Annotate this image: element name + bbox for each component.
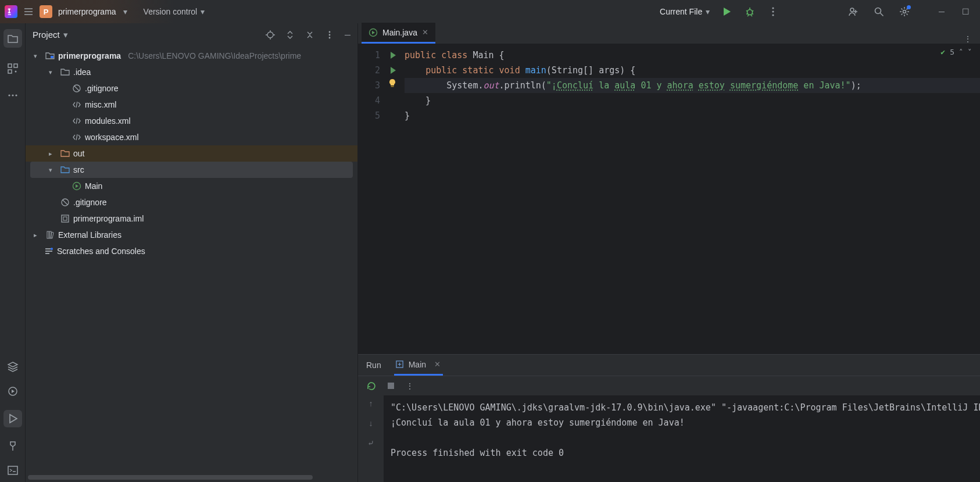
expand-all-icon[interactable] xyxy=(285,30,295,40)
editor-tab-label: Main.java xyxy=(382,28,417,37)
editor-area: Main.java ✕ ⋮ 12345 public class Main { … xyxy=(358,23,980,482)
console-gutter: ↑ ↓ ⤶ xyxy=(358,395,384,482)
code-with-me-icon[interactable] xyxy=(848,6,859,17)
inspection-widget[interactable]: ✔5 ˄ ˅ xyxy=(940,48,972,56)
settings-icon[interactable] xyxy=(899,6,910,17)
search-icon[interactable] xyxy=(874,6,884,17)
project-panel-title[interactable]: Project ▾ xyxy=(33,30,68,40)
tree-file-main[interactable]: Main xyxy=(26,178,357,194)
run-button[interactable] xyxy=(721,6,732,17)
debug-button[interactable] xyxy=(745,6,755,17)
tree-item-label: workspace.xml xyxy=(85,133,139,142)
code-content[interactable]: public class Main { public static void m… xyxy=(401,44,980,354)
run-panel-label[interactable]: Run xyxy=(365,355,384,376)
title-bar: P primerprograma ▾ Version control ▾ Cur… xyxy=(0,0,980,23)
project-name[interactable]: primerprograma xyxy=(58,7,116,16)
chevron-down-icon[interactable]: ▾ xyxy=(123,7,127,16)
run-toolbar: ⋮ xyxy=(358,376,980,395)
svg-rect-30 xyxy=(47,231,49,238)
tree-root[interactable]: ▾ primerprograma C:\Users\LENOVO GAMING\… xyxy=(26,48,357,64)
maximize-button[interactable]: ☐ xyxy=(962,7,970,16)
hide-panel-icon[interactable]: ─ xyxy=(345,30,350,40)
more-tools-icon[interactable] xyxy=(7,90,19,101)
editor-tab-main[interactable]: Main.java ✕ xyxy=(362,23,435,44)
tree-item-label: Main xyxy=(85,181,102,191)
svg-rect-33 xyxy=(45,251,52,252)
tree-external-libraries[interactable]: ▸ External Libraries xyxy=(26,227,357,243)
main-menu-icon[interactable] xyxy=(23,6,34,17)
tree-scratches[interactable]: Scratches and Consoles xyxy=(26,243,357,259)
services-icon[interactable] xyxy=(7,385,19,397)
svg-point-22 xyxy=(329,34,331,36)
run-config-selector[interactable]: Current File ▾ xyxy=(660,7,710,16)
tree-item-label: modules.xml xyxy=(85,116,131,126)
svg-point-8 xyxy=(850,8,854,12)
tree-file[interactable]: workspace.xml xyxy=(26,129,357,145)
scroll-down-icon[interactable]: ↓ xyxy=(369,419,373,428)
build-tool-icon[interactable] xyxy=(7,440,19,452)
tree-item-label: .gitignore xyxy=(85,84,119,93)
chevron-up-icon[interactable]: ˄ xyxy=(959,48,963,56)
locate-icon[interactable] xyxy=(266,30,275,40)
tree-file[interactable]: modules.xml xyxy=(26,113,357,129)
stop-icon[interactable] xyxy=(387,381,395,390)
panel-options-icon[interactable] xyxy=(325,30,334,40)
horizontal-scrollbar[interactable] xyxy=(28,475,313,480)
soft-wrap-icon[interactable]: ⤶ xyxy=(367,438,374,448)
collapse-all-icon[interactable] xyxy=(305,30,314,40)
svg-point-16 xyxy=(12,94,13,96)
intention-bulb-icon[interactable] xyxy=(387,78,398,88)
gutter-run-icon[interactable] xyxy=(389,66,397,74)
svg-rect-24 xyxy=(51,56,53,58)
svg-rect-39 xyxy=(388,383,394,389)
scroll-up-icon[interactable]: ↑ xyxy=(369,399,373,408)
class-run-icon xyxy=(369,28,378,37)
tree-folder-src[interactable]: ▾ src xyxy=(30,162,353,178)
project-tree: ▾ primerprograma C:\Users\LENOVO GAMING\… xyxy=(26,47,357,482)
tree-item-label: Scratches and Consoles xyxy=(57,247,145,256)
svg-point-5 xyxy=(772,7,774,9)
tree-folder-idea[interactable]: ▾ .idea xyxy=(26,64,357,80)
editor-tab-more-icon[interactable]: ⋮ xyxy=(956,34,980,44)
code-editor[interactable]: 12345 public class Main { public static … xyxy=(358,44,980,354)
close-run-tab-icon[interactable]: ✕ xyxy=(434,360,441,369)
project-panel-header: Project ▾ ─ xyxy=(26,23,357,47)
project-tool-icon[interactable] xyxy=(3,29,22,48)
terminal-tool-icon[interactable] xyxy=(7,465,19,476)
project-panel: Project ▾ ─ ▾ primerprograma C:\Users\LE… xyxy=(26,23,358,482)
svg-rect-37 xyxy=(391,86,394,87)
intellij-logo-icon xyxy=(5,5,17,18)
svg-rect-2 xyxy=(8,12,10,13)
svg-point-14 xyxy=(15,71,16,73)
svg-point-23 xyxy=(329,37,331,39)
tree-file[interactable]: primerprograma.iml xyxy=(26,210,357,227)
rerun-icon[interactable] xyxy=(366,381,376,391)
svg-rect-28 xyxy=(62,215,69,222)
minimize-button[interactable]: ─ xyxy=(939,7,945,16)
editor-tab-bar: Main.java ✕ ⋮ xyxy=(358,23,980,44)
run-panel: Run Main ✕ ⋮ ↑ ↓ ⤶ "C:\Users\LENOVO GAMI… xyxy=(358,354,980,482)
more-actions-icon[interactable] xyxy=(768,6,778,17)
project-badge: P xyxy=(40,5,52,18)
tree-file[interactable]: .gitignore xyxy=(26,80,357,97)
svg-point-35 xyxy=(51,248,53,250)
run-config-tab[interactable]: Main ✕ xyxy=(394,355,443,376)
close-tab-icon[interactable]: ✕ xyxy=(422,28,428,37)
svg-rect-13 xyxy=(8,70,12,73)
tree-item-label: misc.xml xyxy=(85,100,116,109)
gutter-run-icon[interactable] xyxy=(389,51,397,59)
run-more-icon[interactable]: ⋮ xyxy=(406,381,414,391)
chevron-down-icon[interactable]: ˅ xyxy=(968,48,972,56)
tree-folder-out[interactable]: ▸ out xyxy=(26,145,357,162)
tree-file[interactable]: .gitignore xyxy=(26,194,357,210)
svg-point-7 xyxy=(772,14,774,16)
console-output[interactable]: "C:\Users\LENOVO GAMING\.jdks\graalvm-jd… xyxy=(384,395,980,482)
svg-rect-32 xyxy=(45,248,51,249)
svg-point-15 xyxy=(8,94,10,96)
structure-tool-icon[interactable] xyxy=(7,63,19,74)
layers-icon[interactable] xyxy=(7,361,19,373)
version-control-menu[interactable]: Version control ▾ xyxy=(144,7,205,16)
tree-item-label: External Libraries xyxy=(58,230,121,240)
tree-file[interactable]: misc.xml xyxy=(26,97,357,113)
run-tool-icon[interactable] xyxy=(3,410,22,427)
